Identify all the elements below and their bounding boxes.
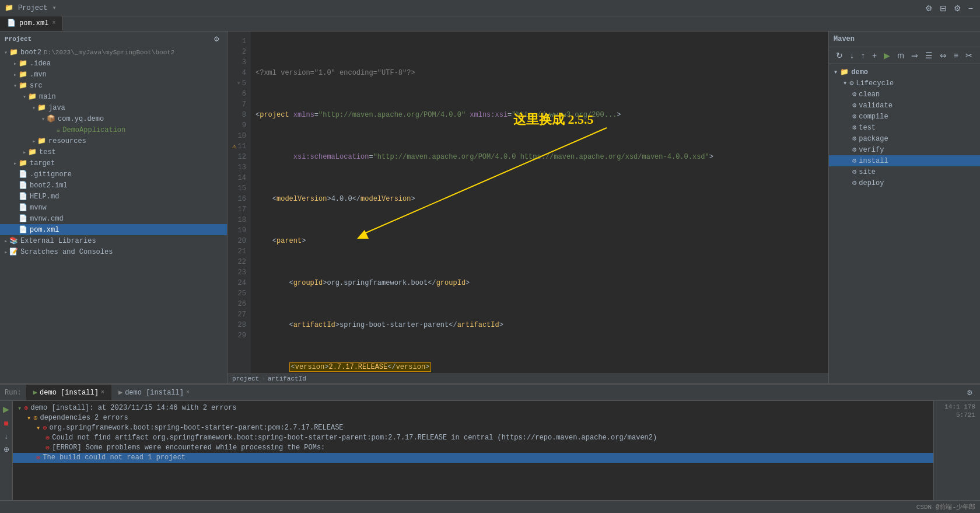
tree-item-mvnwcmd[interactable]: ▸ 📄 mvnw.cmd (0, 213, 227, 224)
expand-arrow: ▸ (12, 60, 19, 67)
tree-item-pomxml[interactable]: ▸ 📄 pom.xml (0, 224, 227, 235)
maven-item-lifecycle[interactable]: ▾ ⚙ Lifecycle (829, 78, 980, 89)
maven-scissors-btn[interactable]: ✂ (963, 50, 975, 61)
maven-run-btn[interactable]: ▶ (881, 50, 892, 61)
line-num: ⚠11 (230, 141, 246, 152)
breadcrumb-artifactid[interactable]: artifactId (268, 375, 306, 382)
tree-label: target (30, 159, 55, 167)
bottom-tab-1[interactable]: ▶ demo [install] × (26, 385, 111, 400)
tree-item-package[interactable]: ▾ 📦 com.yq.demo (0, 113, 227, 124)
maven-item-site[interactable]: ⚙ site (829, 166, 980, 177)
maven-item-clean[interactable]: ⚙ clean (829, 89, 980, 100)
project-icon: 📁 (5, 4, 13, 12)
tree-item-demo-app[interactable]: ▸ ☕ DemoApplication (0, 124, 227, 135)
tree-item-main[interactable]: ▾ 📁 main (0, 91, 227, 102)
tree-item-resources[interactable]: ▸ 📁 resources (0, 135, 227, 146)
maven-item-demo[interactable]: ▾ 📁 demo (829, 67, 980, 78)
tree-item-java[interactable]: ▾ 📁 java (0, 102, 227, 113)
maven-menu-btn[interactable]: ☰ (923, 50, 935, 61)
maven-arrow-btn[interactable]: ⇒ (909, 50, 921, 61)
minimize-icon[interactable]: − (966, 2, 975, 14)
tab-close-icon-2[interactable]: × (186, 389, 190, 396)
maven-add-btn[interactable]: + (870, 50, 879, 61)
tree-item-mvn[interactable]: ▸ 📁 .mvn (0, 69, 227, 80)
bottom-settings-btn[interactable]: ⚙ (964, 388, 975, 398)
editor-content[interactable]: 这里换成 2.5.5 1 2 3 4 ▾5 6 7 8 9 10 (228, 32, 828, 374)
log-entry-5[interactable]: ⊗ [ERROR] Some problems were encountered… (13, 443, 933, 453)
maven-item-install[interactable]: ⚙ install (829, 155, 980, 166)
tree-label: Scratches and Consoles (20, 248, 113, 256)
tree-label: src (30, 82, 43, 90)
tab-close-icon[interactable]: × (52, 20, 55, 26)
line-num: 14 (230, 173, 246, 183)
tree-label: com.yq.demo (58, 115, 104, 123)
log-entry-1[interactable]: ▾ ⊗ demo [install]: at 2023/11/15 14:46 … (13, 403, 933, 413)
java-file-icon: ☕ (56, 125, 60, 134)
tree-item-boot2iml[interactable]: ▸ 📄 boot2.iml (0, 180, 227, 191)
tree-item-ext-libs[interactable]: ▸ 📚 External Libraries (0, 235, 227, 246)
main-area: Project ⚙ ▾ 📁 boot2 D:\2023\_myJava\mySp… (0, 32, 980, 383)
tab-close-icon[interactable]: × (101, 389, 104, 396)
log-entry-6[interactable]: ⊗ The build could not read 1 project (13, 453, 933, 463)
xml-file-icon: 📄 (7, 19, 16, 27)
maven-label: verify (859, 146, 884, 154)
layout-icon[interactable]: ⊟ (937, 2, 949, 14)
tree-item-gitignore[interactable]: ▸ 📄 .gitignore (0, 169, 227, 180)
tree-item-target[interactable]: ▸ 📁 target (0, 158, 227, 169)
bottom-tab-2[interactable]: ▶ demo [install] × (111, 385, 197, 400)
maven-label: site (859, 168, 876, 176)
sidebar-gear-icon[interactable]: ⚙ (211, 34, 222, 44)
folder-icon: 📁 (19, 159, 27, 167)
bottom-log-content: ▾ ⊗ demo [install]: at 2023/11/15 14:46 … (13, 401, 933, 500)
error-icon: ⊗ (24, 404, 28, 413)
maven-label: compile (859, 113, 888, 121)
log-entry-3[interactable]: ▾ ⊗ org.springframework.boot:spring-boot… (13, 423, 933, 433)
line-num: 10 (230, 131, 246, 141)
log-entry-2[interactable]: ▾ ⊙ dependencies 2 errors (13, 413, 933, 423)
maven-item-verify[interactable]: ⚙ verify (829, 144, 980, 155)
maven-m-btn[interactable]: m (895, 50, 907, 61)
file-icon: 📄 (19, 192, 27, 201)
maven-item-test[interactable]: ⚙ test (829, 122, 980, 133)
line-num: 9 (230, 120, 246, 131)
maven-item-package[interactable]: ⚙ package (829, 133, 980, 144)
maven-toolbar: ↻ ↓ ↑ + ▶ m ⇒ ☰ ⇔ ≡ ✂ (829, 47, 980, 64)
maven-item-deploy[interactable]: ⚙ deploy (829, 177, 980, 189)
tree-item-test[interactable]: ▸ 📁 test (0, 146, 227, 158)
folder-icon: 📁 (28, 92, 37, 101)
tree-item-helpmd[interactable]: ▸ 📄 HELP.md (0, 191, 227, 202)
maven-upload-btn[interactable]: ↑ (859, 50, 867, 61)
stop-btn[interactable]: ■ (1, 417, 10, 429)
settings-icon[interactable]: ⚙ (923, 2, 935, 14)
tree-label: .idea (30, 60, 51, 68)
line-num: 29 (230, 330, 246, 341)
tree-item-src[interactable]: ▾ 📁 src (0, 80, 227, 91)
tree-item-boot2[interactable]: ▾ 📁 boot2 D:\2023\_myJava\mySpringBoot\b… (0, 47, 227, 58)
pom-xml-tab[interactable]: 📄 pom.xml × (0, 16, 63, 31)
maven-item-validate[interactable]: ⚙ validate (829, 100, 980, 111)
maven-item-compile[interactable]: ⚙ compile (829, 111, 980, 122)
maven-swap-btn[interactable]: ⇔ (937, 50, 949, 61)
filter-btn[interactable]: ⊕ (1, 444, 12, 455)
error-icon-5: ⊗ (46, 444, 50, 452)
maven-title: Maven (834, 35, 855, 43)
tree-item-scratches[interactable]: ▸ 📝 Scratches and Consoles (0, 246, 227, 257)
tree-item-idea[interactable]: ▸ 📁 .idea (0, 58, 227, 69)
gear-icon[interactable]: ⚙ (951, 2, 964, 14)
code-line-5: <parent> (256, 236, 828, 246)
maven-settings-btn[interactable]: ≡ (951, 50, 961, 61)
code-lines[interactable]: <?xml version="1.0" encoding="UTF-8"?> <… (251, 32, 828, 374)
tree-item-mvnw[interactable]: ▸ 📄 mvnw (0, 202, 227, 213)
expand-arrow: ▸ (21, 149, 28, 156)
breadcrumb-project[interactable]: project (232, 375, 259, 382)
dropdown-arrow[interactable]: ▾ (52, 4, 56, 12)
maven-refresh-btn[interactable]: ↻ (834, 50, 845, 61)
maven-label: Lifecycle (856, 79, 894, 88)
maven-project-icon: 📁 (840, 68, 849, 76)
scroll-btn[interactable]: ↓ (2, 431, 10, 442)
log-entry-4[interactable]: ⊗ Could not find artifact org.springfram… (13, 433, 933, 443)
expand-arrow: ▸ (30, 138, 37, 145)
run-btn[interactable]: ▶ (1, 403, 12, 415)
maven-download-btn[interactable]: ↓ (848, 50, 856, 61)
run-label: Run: (0, 389, 26, 397)
